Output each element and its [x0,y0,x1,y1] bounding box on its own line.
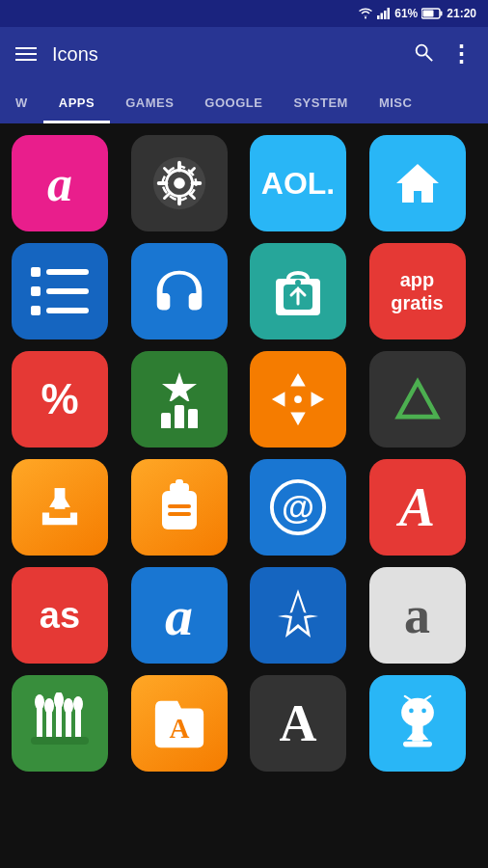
time-text: 21:20 [447,7,476,20]
svg-point-43 [54,692,64,709]
svg-marker-26 [312,392,325,407]
svg-rect-56 [412,725,422,742]
svg-point-8 [417,44,427,55]
svg-line-54 [424,696,430,700]
svg-rect-33 [176,479,183,489]
triangle-svg [390,371,446,427]
icon-headphones[interactable] [131,243,228,339]
svg-marker-24 [290,413,306,426]
svg-rect-16 [46,288,89,294]
svg-rect-34 [168,504,191,508]
dl-orange-svg [32,479,88,535]
star-svg [158,370,201,401]
icon-aol[interactable]: AOL. [250,135,346,231]
gear-svg [149,153,209,213]
search-button[interactable] [413,41,434,68]
asparagus-svg [31,692,89,754]
svg-marker-22 [162,372,197,401]
icon-font-red[interactable]: A [369,459,466,556]
tab-apps[interactable]: APPS [43,81,110,123]
svg-point-11 [174,177,185,189]
svg-rect-18 [46,308,89,313]
svg-point-39 [35,694,44,710]
svg-text:@: @ [282,488,314,526]
tab-bar: W APPS GAMES GOOGLE SYSTEM MISC [0,81,488,123]
icon-move[interactable] [250,351,346,448]
home-svg [391,156,445,210]
icon-arch-linux[interactable] [250,567,346,664]
icon-appgratis[interactable]: app gratis [369,243,466,339]
icon-aptoide[interactable]: @ [250,459,346,556]
icon-a-pink[interactable]: a [12,135,108,231]
page-title: Icons [52,43,397,66]
icon-home[interactable] [369,135,466,231]
top-action-icons: ⋮ [413,41,473,68]
svg-rect-57 [403,742,432,747]
icon-a-italic-blue[interactable]: a [131,567,228,664]
tab-games[interactable]: GAMES [110,81,189,123]
svg-point-41 [44,698,54,714]
svg-line-53 [404,696,410,700]
icon-grid: a AOL. [0,123,488,783]
svg-point-47 [73,696,83,712]
top-bar: Icons ⋮ [0,27,488,81]
list-svg [31,267,89,315]
icon-star-bars[interactable] [131,351,228,448]
arch-svg [270,585,326,645]
svg-marker-23 [290,373,306,387]
aptoide-svg: @ [268,477,328,537]
icon-download-orange[interactable] [12,459,108,556]
icon-percent[interactable]: % [12,351,108,448]
svg-line-9 [426,54,432,60]
move-svg [268,369,328,429]
icon-a-gray[interactable]: a [369,567,466,664]
svg-marker-25 [272,392,285,407]
svg-point-50 [401,698,434,727]
icon-as-red[interactable]: as [12,567,108,664]
svg-rect-4 [388,8,391,19]
svg-rect-17 [31,306,41,315]
svg-point-27 [294,395,302,403]
svg-point-21 [295,280,301,285]
svg-text:A: A [169,713,189,744]
svg-rect-3 [384,11,387,19]
tab-system[interactable]: SYSTEM [278,81,363,123]
icon-asparagus[interactable] [12,675,108,772]
svg-rect-35 [168,512,191,516]
tab-w[interactable]: W [0,81,43,123]
bag-svg [270,261,326,321]
svg-rect-13 [31,267,41,277]
svg-marker-12 [396,164,439,203]
more-button[interactable]: ⋮ [449,41,473,68]
svg-rect-31 [162,491,197,529]
svg-point-51 [409,709,414,714]
icon-bucket[interactable] [131,459,228,556]
svg-rect-30 [55,488,66,509]
signal-icon [377,8,391,19]
battery-icon [421,8,443,19]
bucket-svg [154,477,204,537]
svg-rect-7 [423,11,434,17]
tab-google[interactable]: GOOGLE [189,81,278,123]
svg-rect-14 [46,269,89,275]
font-orange-svg: A [151,693,207,753]
icon-altstore[interactable] [131,135,228,231]
android-dl-svg [389,693,447,753]
icon-font-installer[interactable]: A [131,675,228,772]
icon-a-serif-dark[interactable]: A [250,675,346,772]
tab-misc[interactable]: MISC [364,81,428,123]
status-icons: 61% 21:20 [358,7,476,20]
svg-rect-2 [381,14,384,20]
menu-button[interactable] [15,47,37,61]
svg-point-0 [365,17,366,19]
svg-rect-6 [441,12,443,16]
svg-point-52 [421,709,426,714]
svg-marker-28 [398,382,437,417]
icon-android-download[interactable] [369,675,466,772]
icon-triangle-green[interactable] [369,351,466,448]
svg-point-45 [64,698,73,714]
status-bar: 61% 21:20 [0,0,488,27]
icon-list[interactable] [12,243,108,339]
headphone-svg [149,261,209,321]
icon-shopping-bag[interactable] [250,243,346,339]
